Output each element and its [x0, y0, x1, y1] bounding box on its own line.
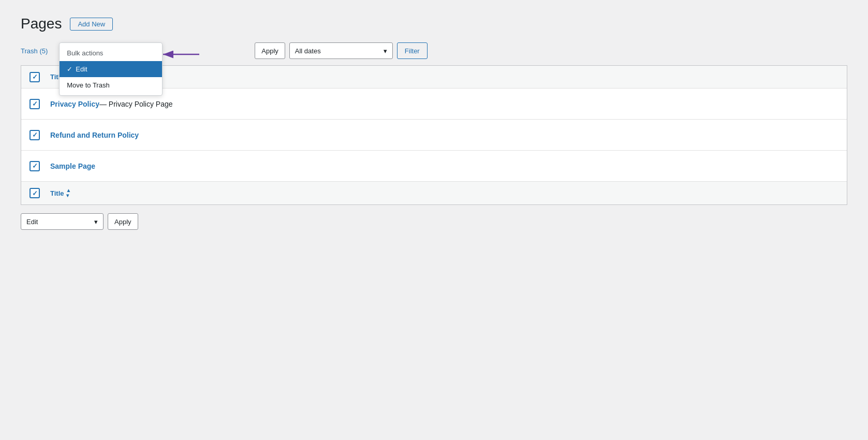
- checkmark-icon: ✓: [32, 73, 38, 81]
- row-content: Privacy Policy— Privacy Policy Page: [50, 100, 173, 108]
- checkmark-icon: ✓: [32, 189, 38, 197]
- purple-arrow-icon: [160, 47, 202, 62]
- checkmark-icon: ✓: [32, 100, 38, 108]
- select-all-checkbox[interactable]: ✓: [30, 72, 40, 82]
- table-row: ✓ Refund and Return Policy: [21, 120, 847, 151]
- bulk-actions-wrapper: Bulk actions ▾ Bulk actions ✓ Edit: [59, 42, 142, 59]
- checkmark-icon: ✓: [32, 131, 38, 139]
- bottom-apply-button[interactable]: Apply: [108, 213, 138, 230]
- row-checkbox[interactable]: ✓: [30, 130, 40, 140]
- page-subtitle: — Privacy Policy Page: [99, 100, 173, 108]
- checkmark-icon: ✓: [67, 65, 72, 73]
- page-link[interactable]: Privacy Policy: [50, 100, 99, 108]
- dropdown-item-move-to-trash[interactable]: Move to Trash: [60, 77, 162, 93]
- bottom-toolbar: Edit ▾ Apply: [21, 213, 847, 230]
- toolbar: Bulk actions ▾ Bulk actions ✓ Edit: [59, 42, 427, 59]
- page-header: Pages Add New: [21, 16, 847, 32]
- subheader: Trash (5) Bulk actions ▾ Bulk actions ✓ …: [21, 42, 847, 59]
- add-new-button[interactable]: Add New: [70, 18, 113, 31]
- footer-checkbox-cell: ✓: [30, 188, 44, 198]
- row-checkbox[interactable]: ✓: [30, 161, 40, 171]
- dropdown-header: Bulk actions: [60, 45, 162, 61]
- bulk-actions-dropdown: Bulk actions ✓ Edit Move: [59, 42, 163, 96]
- row-checkbox-cell: ✓: [30, 130, 44, 140]
- row-content: Sample Page: [50, 162, 95, 170]
- row-checkbox-cell: ✓: [30, 161, 44, 171]
- page-title: Pages: [21, 16, 62, 32]
- table-footer-row: ✓ Title ▲ ▾: [21, 182, 847, 204]
- row-checkbox[interactable]: ✓: [30, 99, 40, 109]
- page-link[interactable]: Refund and Return Policy: [50, 131, 139, 139]
- header-checkbox-cell: ✓: [30, 72, 44, 82]
- apply-button[interactable]: Apply: [255, 42, 285, 59]
- dates-select[interactable]: All dates ▾: [289, 42, 393, 59]
- checkmark-icon: ✓: [32, 162, 38, 170]
- page-link[interactable]: Sample Page: [50, 162, 95, 170]
- bottom-bulk-select[interactable]: Edit ▾: [21, 213, 104, 230]
- footer-title-header[interactable]: Title ▲ ▾: [50, 188, 71, 198]
- dropdown-item-edit[interactable]: ✓ Edit: [60, 61, 162, 77]
- trash-link[interactable]: Trash (5): [21, 47, 48, 55]
- footer-select-all-checkbox[interactable]: ✓: [30, 188, 40, 198]
- row-content: Refund and Return Policy: [50, 131, 139, 139]
- table-row: ✓ Sample Page: [21, 151, 847, 182]
- sort-arrows-icon: ▲ ▾: [66, 188, 71, 198]
- filter-button[interactable]: Filter: [397, 42, 428, 59]
- row-checkbox-cell: ✓: [30, 99, 44, 109]
